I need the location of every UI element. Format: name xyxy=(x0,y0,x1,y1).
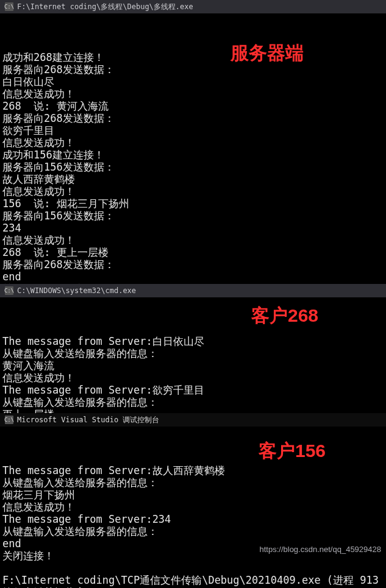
console-icon: C:\ xyxy=(5,416,13,424)
overlay-label-server: 服务器端 xyxy=(231,47,304,59)
title-text: F:\Internet coding\多线程\Debug\多线程.exe xyxy=(17,2,193,12)
console-output: The message from Server:故人西辞黄鹤楼 从键盘输入发送给… xyxy=(2,464,384,588)
overlay-label-client-156: 客户156 xyxy=(259,445,326,457)
window-client-156: C:\ Microsoft Visual Studio 调试控制台 客户156 … xyxy=(0,413,386,558)
title-text: Microsoft Visual Studio 调试控制台 xyxy=(17,415,159,425)
console-output: 成功和268建立连接！ 服务器向268发送数据： 白日依山尽 信息发送成功！ 2… xyxy=(2,51,384,307)
watermark-text: https://blog.csdn.net/qq_45929428 xyxy=(260,544,382,556)
console-icon: C:\ xyxy=(5,2,13,11)
console-server[interactable]: 服务器端 成功和268建立连接！ 服务器向268发送数据： 白日依山尽 信息发送… xyxy=(0,13,386,284)
titlebar-client-268[interactable]: C:\ C:\WINDOWS\system32\cmd.exe xyxy=(0,284,386,297)
console-client-268[interactable]: 客户268 The message from Server:白日依山尽 从键盘输… xyxy=(0,297,386,413)
overlay-label-client-268: 客户268 xyxy=(251,310,318,322)
title-text: C:\WINDOWS\system32\cmd.exe xyxy=(17,286,136,295)
console-icon: C:\ xyxy=(5,286,13,295)
window-server: C:\ F:\Internet coding\多线程\Debug\多线程.exe… xyxy=(0,0,386,284)
titlebar-server[interactable]: C:\ F:\Internet coding\多线程\Debug\多线程.exe xyxy=(0,0,386,13)
titlebar-client-156[interactable]: C:\ Microsoft Visual Studio 调试控制台 xyxy=(0,413,386,427)
console-client-156[interactable]: 客户156 The message from Server:故人西辞黄鹤楼 从键… xyxy=(0,427,386,558)
window-client-268: C:\ C:\WINDOWS\system32\cmd.exe 客户268 Th… xyxy=(0,284,386,413)
